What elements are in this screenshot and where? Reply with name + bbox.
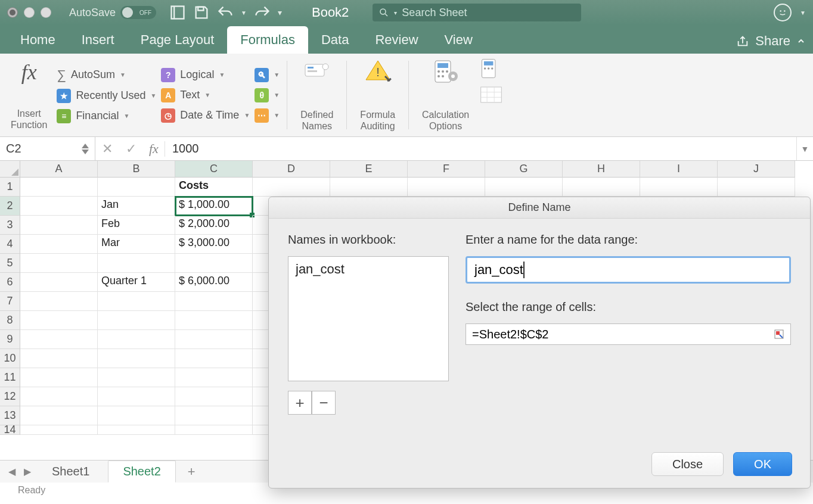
cell[interactable] bbox=[20, 368, 98, 387]
cell[interactable]: $ 3,000.00 bbox=[175, 235, 253, 254]
feedback-dropdown-icon[interactable]: ▼ bbox=[800, 10, 806, 16]
row-header[interactable]: 5 bbox=[0, 254, 20, 273]
cell[interactable] bbox=[98, 292, 175, 311]
tab-view[interactable]: View bbox=[432, 26, 486, 54]
cell[interactable] bbox=[98, 387, 175, 406]
cell[interactable] bbox=[175, 311, 253, 330]
calculation-options-button[interactable]: Calculation Options bbox=[416, 57, 475, 133]
name-input[interactable]: jan_cost bbox=[466, 256, 791, 284]
text-button[interactable]: AText▼ bbox=[161, 88, 250, 102]
autosave-toggle[interactable]: AutoSave OFF bbox=[69, 6, 156, 19]
col-header-h[interactable]: H bbox=[563, 161, 640, 178]
row-header[interactable]: 6 bbox=[0, 273, 20, 292]
remove-name-button[interactable]: − bbox=[312, 391, 336, 415]
close-button[interactable]: Close bbox=[651, 452, 724, 476]
col-header-i[interactable]: I bbox=[640, 161, 718, 178]
calculate-now-icon[interactable] bbox=[480, 57, 502, 80]
cell[interactable] bbox=[485, 178, 563, 197]
ok-button[interactable]: OK bbox=[733, 452, 792, 476]
cell[interactable] bbox=[175, 349, 253, 368]
insert-function-button[interactable]: fx Insert Function bbox=[6, 57, 52, 133]
cell[interactable] bbox=[175, 330, 253, 349]
row-header[interactable]: 9 bbox=[0, 330, 20, 349]
cell[interactable] bbox=[175, 387, 253, 406]
redo-icon[interactable] bbox=[254, 4, 271, 21]
cell[interactable]: Quarter 1 bbox=[98, 273, 175, 292]
cell[interactable]: Costs bbox=[175, 178, 253, 197]
cell[interactable] bbox=[20, 311, 98, 330]
qat-customize-icon[interactable]: ▾ bbox=[278, 8, 282, 17]
cell[interactable] bbox=[98, 311, 175, 330]
cell[interactable] bbox=[98, 178, 175, 197]
row-header[interactable]: 11 bbox=[0, 368, 20, 387]
cell[interactable] bbox=[98, 406, 175, 425]
financial-button[interactable]: ≡Financial▼ bbox=[57, 109, 156, 123]
cell[interactable] bbox=[20, 254, 98, 273]
cell[interactable] bbox=[640, 178, 718, 197]
cell[interactable] bbox=[175, 406, 253, 425]
share-button[interactable]: Share bbox=[755, 33, 790, 49]
cell[interactable]: Mar bbox=[98, 235, 175, 254]
select-all-corner[interactable] bbox=[0, 161, 20, 178]
col-header-g[interactable]: G bbox=[485, 161, 563, 178]
fx-label-icon[interactable]: fx bbox=[143, 141, 165, 157]
defined-names-button[interactable]: Defined Names bbox=[294, 57, 339, 133]
cell[interactable] bbox=[175, 254, 253, 273]
tab-home[interactable]: Home bbox=[7, 26, 69, 54]
undo-icon[interactable] bbox=[217, 4, 234, 21]
names-list-item[interactable]: jan_cost bbox=[296, 262, 441, 277]
cell[interactable] bbox=[20, 425, 98, 435]
cell[interactable] bbox=[175, 292, 253, 311]
selected-cell[interactable]: $ 1,000.00 bbox=[175, 197, 253, 216]
expand-formula-bar-icon[interactable]: ▼ bbox=[796, 137, 813, 160]
search-sheet-input[interactable]: ▾ Search Sheet bbox=[373, 4, 581, 21]
col-header-a[interactable]: A bbox=[20, 161, 98, 178]
row-header[interactable]: 2 bbox=[0, 197, 20, 216]
cell[interactable] bbox=[98, 368, 175, 387]
tab-formulas[interactable]: Formulas bbox=[227, 26, 308, 54]
cell[interactable] bbox=[20, 387, 98, 406]
row-header[interactable]: 12 bbox=[0, 387, 20, 406]
tab-page-layout[interactable]: Page Layout bbox=[128, 26, 228, 54]
cell[interactable] bbox=[98, 254, 175, 273]
cancel-formula-icon[interactable]: ✕ bbox=[95, 141, 119, 157]
autosave-switch[interactable]: OFF bbox=[120, 6, 156, 19]
sheet-nav-prev-icon[interactable]: ◀ bbox=[6, 466, 18, 477]
cell[interactable] bbox=[20, 292, 98, 311]
name-box-stepper[interactable] bbox=[82, 144, 89, 154]
more-functions-button[interactable]: ⋯▼ bbox=[255, 108, 280, 123]
collapse-ribbon-icon[interactable] bbox=[796, 36, 806, 46]
cell[interactable] bbox=[98, 349, 175, 368]
col-header-f[interactable]: F bbox=[408, 161, 485, 178]
sheet-tab-sheet2[interactable]: Sheet2 bbox=[108, 461, 175, 483]
lookup-button[interactable]: 🔍︎▼ bbox=[255, 68, 280, 82]
col-header-c[interactable]: C bbox=[175, 161, 253, 178]
row-header[interactable]: 4 bbox=[0, 235, 20, 254]
row-header[interactable]: 1 bbox=[0, 178, 20, 197]
save-icon[interactable] bbox=[193, 4, 210, 21]
cell[interactable]: Feb bbox=[98, 216, 175, 235]
cell[interactable] bbox=[330, 178, 408, 197]
cell[interactable] bbox=[98, 425, 175, 435]
autosum-button[interactable]: ∑AutoSum▼ bbox=[57, 67, 156, 83]
cell[interactable] bbox=[20, 178, 98, 197]
formula-input[interactable]: 1000 bbox=[165, 142, 796, 155]
cell[interactable] bbox=[408, 178, 485, 197]
enter-formula-icon[interactable]: ✓ bbox=[119, 141, 143, 157]
formula-auditing-button[interactable]: ! Formula Auditing bbox=[354, 57, 401, 133]
date-time-button[interactable]: ◷Date & Time▼ bbox=[161, 108, 250, 123]
add-name-button[interactable]: + bbox=[288, 391, 312, 415]
math-button[interactable]: θ▼ bbox=[255, 88, 280, 102]
minimize-window-icon[interactable] bbox=[24, 7, 35, 18]
cell[interactable] bbox=[98, 330, 175, 349]
cell[interactable] bbox=[175, 425, 253, 435]
calculate-sheet-icon[interactable] bbox=[480, 86, 502, 104]
range-input[interactable]: =Sheet2!$C$2 bbox=[466, 323, 791, 345]
cell[interactable]: $ 2,000.00 bbox=[175, 216, 253, 235]
col-header-e[interactable]: E bbox=[330, 161, 408, 178]
row-header[interactable]: 13 bbox=[0, 406, 20, 425]
cell[interactable] bbox=[20, 273, 98, 292]
maximize-window-icon[interactable] bbox=[41, 7, 51, 18]
col-header-j[interactable]: J bbox=[718, 161, 795, 178]
tab-insert[interactable]: Insert bbox=[69, 26, 128, 54]
